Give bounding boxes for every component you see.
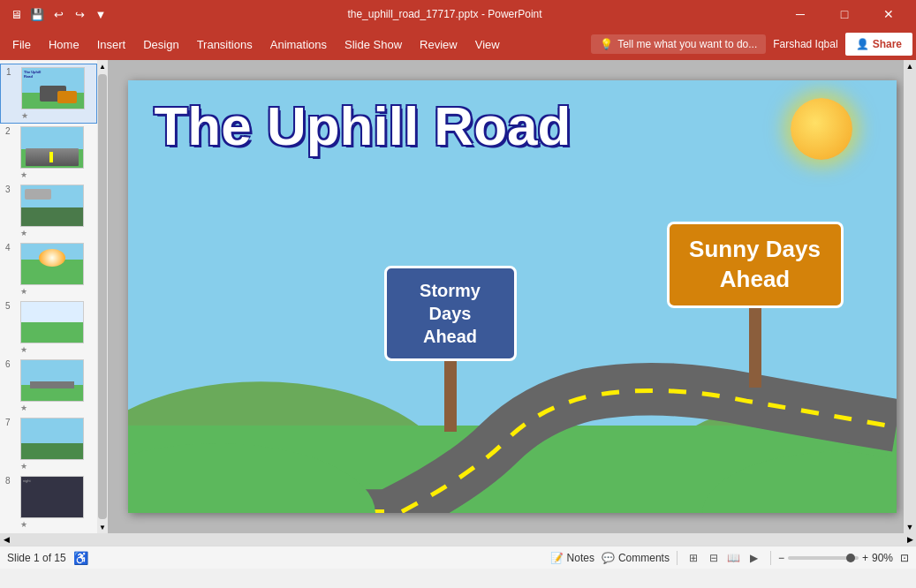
slide-thumb-6[interactable]: 6 ★ (0, 357, 97, 415)
hscroll-right[interactable]: ▶ (904, 533, 916, 546)
reading-view-icon[interactable]: 📖 (725, 549, 743, 567)
zoom-slider[interactable] (788, 556, 859, 560)
slide-canvas[interactable]: The Uphill Road Stormy Days Ahead Sunny … (128, 80, 897, 513)
fit-slide-button[interactable]: ⊡ (900, 552, 909, 564)
hscroll-left[interactable]: ◀ (0, 533, 12, 546)
lightbulb-icon: 💡 (600, 38, 613, 50)
stormy-sign-post (444, 361, 457, 432)
tell-me-field[interactable]: 💡 Tell me what you want to do... (591, 34, 766, 54)
stormy-sign: Stormy Days Ahead (384, 266, 517, 432)
slide-sorter-icon[interactable]: ⊟ (705, 549, 723, 567)
sunny-sign-post (749, 308, 761, 388)
menu-home[interactable]: Home (40, 32, 88, 57)
user-name: Farshad Iqbal (766, 34, 844, 54)
title-bar-left: 🖥 💾 ↩ ↪ ▼ (7, 5, 110, 23)
slide-thumb-3[interactable]: 3 ★ (0, 182, 97, 240)
panel-scroll-thumb[interactable] (98, 74, 107, 519)
sun-circle (791, 98, 852, 160)
slide-image-3 (20, 185, 84, 227)
save-icon[interactable]: 💾 (28, 5, 46, 23)
slide-image-8: night (20, 476, 84, 518)
slide-thumb-7[interactable]: 7 ★ (0, 415, 97, 473)
menu-view[interactable]: View (466, 32, 509, 57)
slide-thumb-2[interactable]: 2 ★ (0, 124, 97, 182)
window-title: the_uphill_road_17717.pptx - PowerPoint (110, 8, 780, 20)
redo-icon[interactable]: ↪ (71, 5, 88, 23)
sun-graphic (782, 89, 861, 169)
notes-button[interactable]: 📝 Notes (550, 552, 594, 564)
panel-scroll-down[interactable]: ▼ (97, 521, 108, 533)
slide-thumb-4[interactable]: 4 ★ (0, 240, 97, 298)
canvas-scroll-track (904, 72, 916, 521)
panel-scroll-up[interactable]: ▲ (97, 60, 108, 72)
slide-thumb-8[interactable]: 8 night ★ (0, 473, 97, 531)
canvas-scroll-down[interactable]: ▼ (904, 521, 916, 533)
customize-icon[interactable]: ▼ (92, 5, 110, 23)
h-scrollbar[interactable]: ◀ ▶ (0, 533, 916, 546)
slide-panel-scroll[interactable]: 1 The UphillRoad ★ 2 (0, 60, 97, 533)
share-icon: 👤 (856, 38, 869, 50)
status-right: 📝 Notes 💬 Comments ⊞ ⊟ 📖 ▶ − + 90% ⊡ (550, 549, 909, 567)
normal-view-icon[interactable]: ⊞ (685, 549, 702, 567)
zoom-level: 90% (872, 552, 893, 564)
powerpoint-icon: 🖥 (7, 5, 25, 23)
zoom-out-icon[interactable]: − (778, 552, 784, 564)
slide-image-5 (20, 301, 84, 343)
slide-panel: 1 The UphillRoad ★ 2 (0, 60, 97, 533)
zoom-control: − + 90% (778, 552, 893, 564)
accessibility-icon: ♿ (73, 551, 88, 565)
stormy-sign-board: Stormy Days Ahead (384, 266, 517, 361)
share-button[interactable]: 👤 Share (845, 33, 912, 56)
divider-2 (770, 551, 771, 565)
menu-slideshow[interactable]: Slide Show (336, 32, 411, 57)
zoom-thumb[interactable] (846, 554, 855, 562)
status-bar: Slide 1 of 15 ♿ 📝 Notes 💬 Comments ⊞ ⊟ 📖… (0, 546, 916, 569)
slide-info: Slide 1 of 15 (7, 552, 66, 564)
slide-thumb-5[interactable]: 5 ★ (0, 298, 97, 357)
slide-image-6 (20, 359, 84, 402)
slide-image-4 (20, 243, 84, 285)
main-area: 1 The UphillRoad ★ 2 (0, 60, 916, 533)
menu-bar: File Home Insert Design Transitions Anim… (0, 28, 916, 60)
zoom-in-icon[interactable]: + (862, 552, 868, 564)
divider-1 (677, 551, 678, 565)
slide-image-1: The UphillRoad (21, 67, 85, 109)
menu-animations[interactable]: Animations (261, 32, 336, 57)
slide-thumb-1[interactable]: 1 The UphillRoad ★ (0, 64, 97, 124)
title-bar: 🖥 💾 ↩ ↪ ▼ the_uphill_road_17717.pptx - P… (0, 0, 916, 28)
view-icons: ⊞ ⊟ 📖 ▶ (685, 549, 763, 567)
hscroll-track[interactable] (12, 533, 904, 546)
menu-transitions[interactable]: Transitions (188, 32, 261, 57)
maximize-button[interactable]: □ (824, 0, 865, 28)
window-controls: ─ □ ✕ (780, 0, 909, 28)
canvas-vscroll[interactable]: ▲ ▼ (904, 60, 916, 533)
sunny-sign: Sunny Days Ahead (667, 222, 844, 388)
slide-title: The Uphill Road (155, 96, 572, 156)
menu-review[interactable]: Review (411, 32, 466, 57)
status-left: Slide 1 of 15 ♿ (7, 551, 88, 565)
canvas-area: The Uphill Road Stormy Days Ahead Sunny … (108, 60, 916, 533)
slide-image-2 (20, 126, 84, 169)
canvas-scroll-up[interactable]: ▲ (904, 60, 916, 72)
panel-vscroll[interactable]: ▲ ▼ (97, 60, 108, 533)
close-button[interactable]: ✕ (868, 0, 909, 28)
menu-design[interactable]: Design (134, 32, 187, 57)
sunny-sign-board: Sunny Days Ahead (667, 222, 844, 308)
comments-button[interactable]: 💬 Comments (602, 552, 670, 564)
menu-insert[interactable]: Insert (88, 32, 135, 57)
menu-file[interactable]: File (4, 32, 40, 57)
minimize-button[interactable]: ─ (780, 0, 821, 28)
slide-image-7 (20, 418, 84, 460)
undo-icon[interactable]: ↩ (49, 5, 67, 23)
notes-icon: 📝 (550, 552, 564, 564)
slideshow-view-icon[interactable]: ▶ (746, 549, 763, 567)
comments-icon: 💬 (602, 552, 615, 564)
